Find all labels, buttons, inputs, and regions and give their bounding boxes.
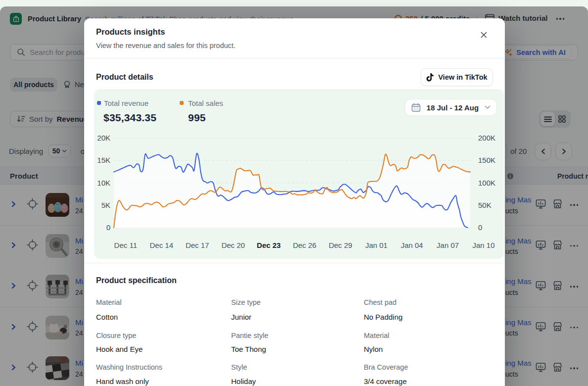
y-axis-label-right: 100K [478,179,495,187]
spec-label: Closure type [96,332,136,339]
spec-value: Toe Thong [231,345,266,353]
sales-total-value: 995 [188,112,206,124]
revenue-total-value: $35,343.35 [103,112,156,124]
y-axis-label-left: 10K [97,179,110,187]
x-axis-label: Dec 29 [329,241,352,249]
spec-value: Hook and Eye [96,345,143,353]
y-axis-label-right: 150K [478,156,495,164]
x-axis-label: Dec 20 [221,241,245,249]
product-specification-heading: Product specification [96,276,177,285]
spec-label: Style [231,363,247,371]
revenue-legend-label: Total revenue [104,99,148,107]
spec-label: Material [96,298,122,306]
y-axis-label-left: 15K [97,156,110,164]
y-axis-label-left: 5K [101,201,110,209]
date-range-value: 18 Jul - 12 Aug [425,103,480,112]
spec-value: Cotton [96,313,118,321]
spec-label: Bra Coverage [364,363,408,371]
spec-value: No Padding [364,313,402,321]
view-in-tiktok-button[interactable]: View in TikTok [421,68,493,86]
y-axis-label-left: 0 [106,223,110,232]
x-axis-label: Dec 14 [150,241,174,249]
x-axis-label: Dec 26 [293,241,317,249]
tiktok-icon [426,73,434,82]
chevron-down-icon [485,105,490,109]
sales-legend-swatch [180,101,184,105]
spec-label: Chest pad [364,298,396,306]
spec-label: Washing Instructions [96,363,162,371]
x-axis-label: Jan 01 [365,241,388,249]
date-range-picker[interactable]: 18 Jul - 12 Aug [405,99,497,116]
y-axis-label-right: 0 [478,223,482,232]
modal-divider [84,58,505,58]
section-divider [84,263,505,263]
revenue-legend-swatch [97,101,101,105]
calendar-icon [411,103,421,112]
close-icon [480,31,488,39]
spec-value: Junior [231,313,251,321]
x-axis-label: Jan 07 [437,241,459,249]
spec-value: Nylon [364,345,383,353]
x-axis-label: Jan 10 [472,241,494,249]
modal-title: Products insights [96,27,165,37]
products-insights-modal: Products insights View the revenue and s… [84,18,505,386]
sales-legend-label: Total sales [188,99,223,107]
spec-label: Pantie style [231,332,268,339]
spec-value: 3/4 coverage [364,377,407,386]
spec-value: Holiday [231,377,256,386]
close-button[interactable] [476,27,491,42]
y-axis-label-right: 200K [478,134,495,142]
y-axis-label-right: 50K [478,201,491,209]
x-axis-label: Jan 04 [401,241,423,249]
chart-panel: 05K10K15K20K050K100K150K200KDec 11Dec 14… [94,89,504,259]
modal-subtitle: View the revenue and sales for this prod… [96,42,236,49]
x-axis-label: Dec 11 [114,241,137,249]
spec-label: Material [364,332,390,339]
product-details-heading: Product details [96,73,153,82]
x-axis-label: Dec 23 [257,241,281,249]
spec-label: Size type [231,298,261,306]
y-axis-label-left: 20K [97,134,110,142]
spec-value: Hand wash only [96,377,149,386]
x-axis-label: Dec 17 [186,241,209,249]
